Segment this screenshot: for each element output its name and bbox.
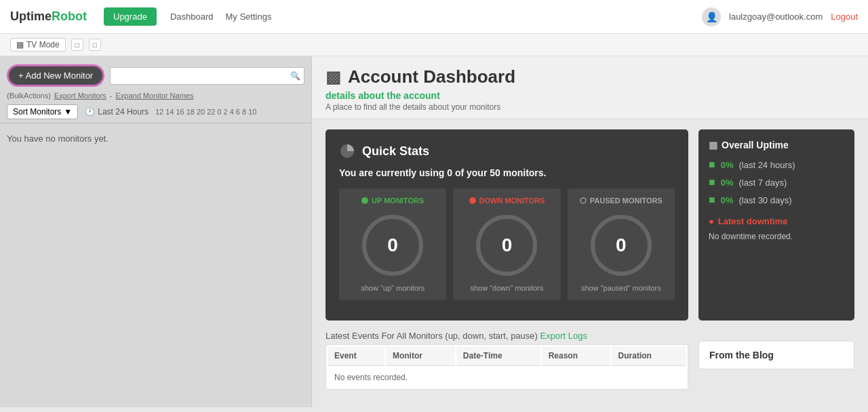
search-input[interactable] bbox=[110, 67, 304, 85]
show-down-link[interactable]: show "down" monitors bbox=[461, 284, 552, 292]
time-0: 0 bbox=[217, 108, 221, 116]
show-paused-link[interactable]: show "paused" monitors bbox=[576, 284, 667, 292]
col-reason: Reason bbox=[542, 346, 610, 366]
uptime-label-30d: (last 30 days) bbox=[738, 195, 791, 205]
stats-header: Quick Stats bbox=[339, 143, 675, 159]
events-table: Event Monitor Date-Time Reason Duration … bbox=[326, 344, 688, 390]
uptime-row-30d: ■ 0% (last 30 days) bbox=[709, 194, 844, 206]
up-circle: 0 bbox=[362, 215, 423, 276]
uptime-pct-24h: 0% bbox=[721, 160, 734, 170]
time-16: 16 bbox=[176, 108, 184, 116]
tv-mode-label: TV Mode bbox=[26, 40, 60, 49]
tv-mode-button[interactable]: ▩ TV Mode bbox=[10, 38, 66, 52]
main-content: ▩ Account Dashboard details about the ac… bbox=[312, 56, 868, 407]
logout-link[interactable]: Logout bbox=[831, 12, 858, 22]
export-monitors-link[interactable]: Export Monitors bbox=[54, 91, 106, 100]
down-dot bbox=[469, 197, 476, 204]
no-monitors-text: You have no monitors yet. bbox=[0, 123, 311, 154]
up-dot bbox=[361, 197, 368, 204]
quick-stats-title: Quick Stats bbox=[362, 144, 429, 159]
time-14: 14 bbox=[165, 108, 174, 116]
logo-uptime-text: Uptime bbox=[10, 9, 52, 24]
header: UptimeRobot Upgrade Dashboard My Setting… bbox=[0, 0, 868, 34]
uptime-pct-7d: 0% bbox=[721, 178, 734, 188]
paused-count: 0 bbox=[616, 234, 627, 256]
paused-dot bbox=[580, 197, 587, 204]
clock-icon: 🕐 bbox=[85, 107, 95, 117]
uptime-label-7d: (last 7 days) bbox=[738, 178, 787, 188]
uptime-section: ▩ Overall Uptime ■ 0% (last 24 hours) ■ … bbox=[698, 129, 854, 321]
latest-downtime-title: ● Latest downtime bbox=[709, 216, 844, 226]
expand-names-link[interactable]: Expand Monitor Names bbox=[116, 91, 194, 100]
col-monitor: Monitor bbox=[386, 346, 455, 366]
events-table-body: No events recorded. bbox=[328, 367, 686, 388]
time-6: 6 bbox=[236, 108, 240, 116]
uptime-label-24h: (last 24 hours) bbox=[738, 160, 795, 170]
sort-monitors-button[interactable]: Sort Monitors ▼ bbox=[7, 104, 78, 119]
no-events-text: No events recorded. bbox=[328, 367, 686, 388]
events-table-head: Event Monitor Date-Time Reason Duration bbox=[328, 346, 686, 366]
add-monitor-button[interactable]: + Add New Monitor bbox=[7, 64, 104, 87]
last-hours-label: Last 24 Hours bbox=[98, 107, 149, 117]
time-22: 22 bbox=[207, 108, 215, 116]
desktop-icon: ▩ bbox=[326, 68, 341, 87]
page-header: ▩ Account Dashboard details about the ac… bbox=[312, 56, 868, 119]
upgrade-button[interactable]: Upgrade bbox=[104, 7, 157, 26]
overall-uptime-label: Overall Uptime bbox=[722, 140, 789, 150]
col-event: Event bbox=[328, 346, 384, 366]
nav-dashboard[interactable]: Dashboard bbox=[170, 12, 214, 22]
stats-usage: You are currently using 0 of your 50 mon… bbox=[339, 167, 675, 178]
monitor-icon: ▩ bbox=[16, 40, 24, 49]
col-datetime: Date-Time bbox=[456, 346, 540, 366]
down-monitors-title: DOWN MONITORS bbox=[461, 197, 552, 205]
events-section: Latest Events For All Monitors (up, down… bbox=[326, 331, 688, 390]
tv-bar: ▩ TV Mode □ □ bbox=[0, 34, 868, 56]
user-email: laulzgoay@outlook.com bbox=[729, 12, 823, 22]
time-numbers: 12 14 16 18 20 22 0 2 4 6 8 10 bbox=[155, 108, 256, 116]
show-up-link[interactable]: show "up" monitors bbox=[347, 284, 438, 292]
pie-chart-icon bbox=[339, 143, 355, 159]
stats-layout: Quick Stats You are currently using 0 of… bbox=[326, 129, 854, 321]
down-count: 0 bbox=[502, 234, 513, 256]
down-monitors-label: DOWN MONITORS bbox=[479, 197, 545, 205]
overall-uptime-title: ▩ Overall Uptime bbox=[709, 140, 844, 150]
nav-settings[interactable]: My Settings bbox=[225, 12, 271, 22]
up-monitors-title: UP MONITORS bbox=[347, 197, 438, 205]
page-desc: A place to find all the details about yo… bbox=[326, 102, 854, 112]
blog-section: From the Blog bbox=[698, 331, 854, 390]
time-18: 18 bbox=[186, 108, 195, 116]
tv-icon-facebook[interactable]: □ bbox=[89, 39, 101, 51]
page-title: ▩ Account Dashboard bbox=[326, 66, 854, 87]
paused-monitors-title: PAUSED MONITORS bbox=[576, 197, 667, 205]
blog-title: From the Blog bbox=[709, 350, 844, 360]
time-10: 10 bbox=[248, 108, 256, 116]
events-sub: (up, down, start, pause) bbox=[445, 331, 538, 341]
up-monitors-label: UP MONITORS bbox=[372, 197, 424, 205]
paused-circle: 0 bbox=[591, 215, 652, 276]
uptime-row-7d: ■ 0% (last 7 days) bbox=[709, 176, 844, 188]
events-header: Latest Events For All Monitors (up, down… bbox=[326, 331, 688, 341]
main-layout: + Add New Monitor 🔍 (BulkActions) Export… bbox=[0, 56, 868, 407]
logo-robot-text: Robot bbox=[52, 9, 87, 24]
blog-card: From the Blog bbox=[698, 341, 854, 369]
bottom-layout: Latest Events For All Monitors (up, down… bbox=[326, 331, 854, 390]
down-circle: 0 bbox=[476, 215, 537, 276]
last-24h: 🕐 Last 24 Hours bbox=[85, 107, 149, 117]
no-downtime-text: No downtime recorded. bbox=[709, 232, 844, 241]
search-icon: 🔍 bbox=[290, 71, 300, 81]
paused-monitors-card: PAUSED MONITORS 0 show "paused" monitors bbox=[568, 188, 675, 300]
green-dot-24h: ■ bbox=[709, 159, 715, 171]
sidebar-actions: (BulkActions) Export Monitors - Expand M… bbox=[0, 90, 311, 101]
green-dot-7d: ■ bbox=[709, 176, 715, 188]
quick-stats-section: Quick Stats You are currently using 0 of… bbox=[326, 129, 688, 321]
time-12: 12 bbox=[155, 108, 163, 116]
time-4: 4 bbox=[230, 108, 234, 116]
tv-icon-twitter[interactable]: □ bbox=[71, 39, 83, 51]
logo: UptimeRobot bbox=[10, 9, 87, 24]
time-8: 8 bbox=[242, 108, 246, 116]
uptime-row-24h: ■ 0% (last 24 hours) bbox=[709, 159, 844, 171]
green-dot-30d: ■ bbox=[709, 194, 715, 206]
export-logs-link[interactable]: Export Logs bbox=[540, 331, 587, 341]
separator: - bbox=[110, 91, 113, 100]
bulk-actions-label: (BulkActions) bbox=[7, 91, 51, 100]
